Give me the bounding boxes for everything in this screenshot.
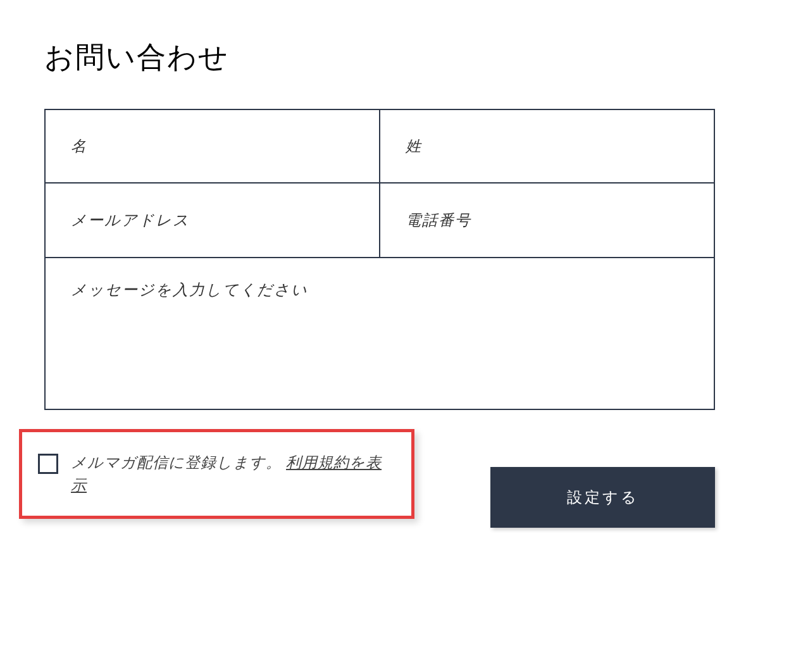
email-field-wrapper	[44, 184, 380, 258]
last-name-input[interactable]	[406, 138, 688, 155]
message-field-wrapper	[44, 258, 715, 410]
newsletter-label-prefix: メルマガ配信に登録します。	[71, 454, 282, 471]
newsletter-highlight-box: メルマガ配信に登録します。 利用規約を表示	[19, 429, 414, 519]
submit-button[interactable]: 設定する	[490, 467, 715, 528]
form-row-contact	[44, 184, 715, 258]
page-title: お問い合わせ	[44, 38, 752, 77]
first-name-field-wrapper	[44, 109, 380, 184]
first-name-input[interactable]	[71, 138, 354, 155]
form-row-name	[44, 109, 715, 184]
contact-form	[44, 109, 715, 410]
last-name-field-wrapper	[380, 109, 715, 184]
bottom-section: メルマガ配信に登録します。 利用規約を表示 設定する	[19, 429, 715, 528]
email-input[interactable]	[71, 212, 354, 229]
newsletter-label: メルマガ配信に登録します。 利用規約を表示	[71, 451, 395, 497]
message-textarea[interactable]	[71, 280, 688, 387]
phone-field-wrapper	[380, 184, 715, 258]
phone-input[interactable]	[406, 212, 688, 229]
newsletter-checkbox[interactable]	[38, 454, 58, 474]
